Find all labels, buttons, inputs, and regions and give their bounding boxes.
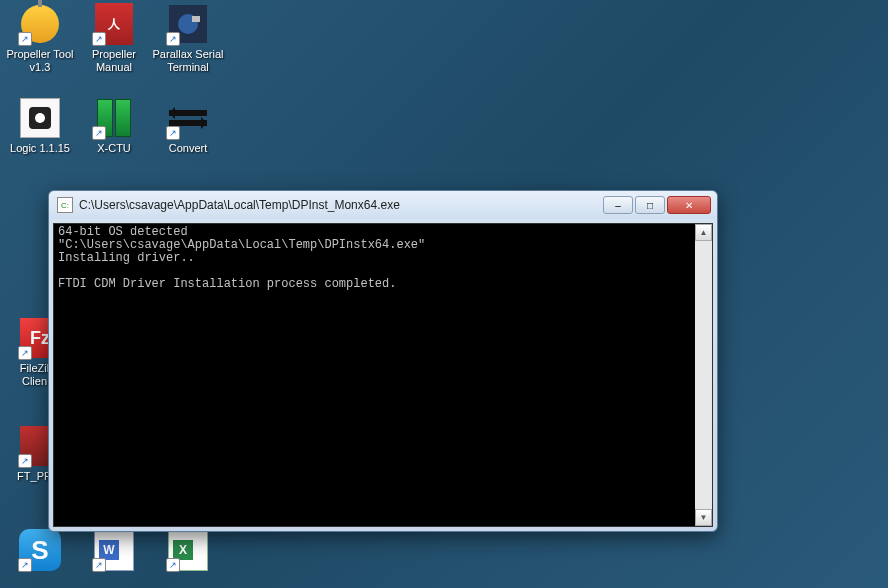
desktop: ↗Propeller Tool v1.3人↗Propeller Manual↗P… <box>0 0 888 588</box>
logic-icon <box>18 96 62 140</box>
excel-icon: ↗ <box>166 528 210 572</box>
shortcut-arrow-icon: ↗ <box>18 32 32 46</box>
desktop-icon-convert[interactable]: ↗Convert <box>150 96 226 176</box>
svg-rect-1 <box>192 16 200 22</box>
shortcut-arrow-icon: ↗ <box>18 346 32 360</box>
window-controls: – □ ✕ <box>603 196 711 214</box>
command-prompt-window: C: C:\Users\csavage\AppData\Local\Temp\D… <box>48 190 718 532</box>
desktop-icon-label: Logic 1.1.15 <box>10 142 70 155</box>
shortcut-arrow-icon: ↗ <box>166 126 180 140</box>
vertical-scrollbar[interactable]: ▲ ▼ <box>695 224 712 526</box>
console-output: 64-bit OS detected "C:\Users\csavage\App… <box>54 224 695 526</box>
shortcut-arrow-icon: ↗ <box>166 32 180 46</box>
skype-icon: S↗ <box>18 528 62 572</box>
shortcut-arrow-icon: ↗ <box>166 558 180 572</box>
word-icon: ↗ <box>92 528 136 572</box>
svg-point-3 <box>35 113 45 123</box>
desktop-icon-word[interactable]: ↗ <box>76 528 152 588</box>
xctu-icon: ↗ <box>92 96 136 140</box>
app-icon: C: <box>57 197 73 213</box>
titlebar[interactable]: C: C:\Users\csavage\AppData\Local\Temp\D… <box>49 191 717 219</box>
convert-icon: ↗ <box>166 96 210 140</box>
shortcut-arrow-icon: ↗ <box>92 558 106 572</box>
desktop-icon-xctu[interactable]: ↗X-CTU <box>76 96 152 176</box>
desktop-icon-label: Convert <box>169 142 208 155</box>
scroll-down-button[interactable]: ▼ <box>695 509 712 526</box>
desktop-icon-excel[interactable]: ↗ <box>150 528 226 588</box>
desktop-icon-grid: ↗Propeller Tool v1.3人↗Propeller Manual↗P… <box>0 0 16 16</box>
shortcut-arrow-icon: ↗ <box>92 32 106 46</box>
desktop-icon-label: Propeller Tool v1.3 <box>3 48 77 74</box>
shortcut-arrow-icon: ↗ <box>18 454 32 468</box>
window-title: C:\Users\csavage\AppData\Local\Temp\DPIn… <box>79 198 603 212</box>
maximize-button[interactable]: □ <box>635 196 665 214</box>
desktop-icon-logic[interactable]: Logic 1.1.15 <box>2 96 78 176</box>
shortcut-arrow-icon: ↗ <box>92 126 106 140</box>
close-button[interactable]: ✕ <box>667 196 711 214</box>
pdf-icon: 人↗ <box>92 2 136 46</box>
desktop-icon-skype[interactable]: S↗ <box>2 528 78 588</box>
minimize-button[interactable]: – <box>603 196 633 214</box>
desktop-icon-label: Parallax Serial Terminal <box>151 48 225 74</box>
desktop-icon-propeller[interactable]: ↗Propeller Tool v1.3 <box>2 2 78 82</box>
shortcut-arrow-icon: ↗ <box>18 558 32 572</box>
desktop-icon-label: Propeller Manual <box>77 48 151 74</box>
desktop-icon-label: X-CTU <box>97 142 131 155</box>
scroll-up-button[interactable]: ▲ <box>695 224 712 241</box>
console-area: 64-bit OS detected "C:\Users\csavage\App… <box>53 223 713 527</box>
scroll-track[interactable] <box>695 241 712 509</box>
desktop-icon-pst[interactable]: ↗Parallax Serial Terminal <box>150 2 226 82</box>
desktop-icon-pdf[interactable]: 人↗Propeller Manual <box>76 2 152 82</box>
propeller-icon: ↗ <box>18 2 62 46</box>
pst-icon: ↗ <box>166 2 210 46</box>
